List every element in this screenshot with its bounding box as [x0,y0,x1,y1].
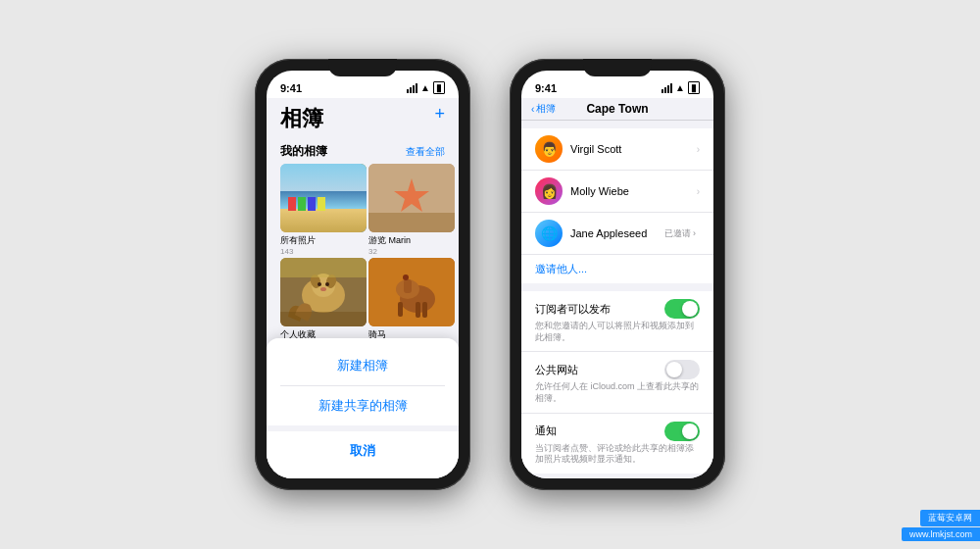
watermark-site2: www.lmkjst.com [902,527,980,541]
notifications-row: 通知 当订阅者点赞、评论或给此共享的相簿添加照片或视频时显示通知。 [521,414,713,474]
status-icons-1: ▲ ▮ [407,81,445,94]
album-count-0: 143 [280,247,367,256]
albums-screen: + 相簿 我的相簿 查看全部 [267,98,459,478]
album-thumb-beach [280,164,367,232]
albums-grid: 所有照片 143 游览 Marin 32 [267,164,459,341]
album-name-1: 游览 Marin [368,234,455,247]
battery-icon-2: ▮ [688,81,700,94]
invite-others-button[interactable]: 邀请他人... [521,255,713,283]
avatar-molly: 👩 [535,177,563,205]
see-all-button[interactable]: 查看全部 [406,145,445,159]
phone-1: 9:41 ▲ ▮ + 相簿 我的相簿 查看全部 [255,59,470,490]
album-thumb-dog [280,258,367,326]
cape-town-screen: ‹ 相簿 Cape Town 👨 Virgil Scott › [521,98,713,478]
contact-name-jane: Jane Appleseed [570,227,664,239]
watermark-site1: 蓝莓安卓网 [920,510,980,526]
status-time-1: 9:41 [280,82,302,94]
subscribers-post-toggle[interactable] [664,299,700,319]
back-button[interactable]: ‹ 相簿 [531,102,556,116]
album-all-photos[interactable]: 所有照片 143 [280,164,367,256]
album-name-0: 所有照片 [280,234,367,247]
avatar-virgil: 👨 [535,135,563,163]
contact-row-jane[interactable]: 🌐 Jane Appleseed 已邀请 › [521,213,713,255]
svg-rect-16 [404,279,412,293]
svg-point-9 [325,282,329,286]
chevron-left-icon: ‹ [531,104,534,115]
new-shared-album-button[interactable]: 新建共享的相簿 [267,386,459,425]
contacts-list: 👨 Virgil Scott › 👩 Molly Wiebe › � [521,128,713,283]
subscribers-post-desc: 您和您邀请的人可以将照片和视频添加到此相簿。 [535,321,700,343]
back-label: 相簿 [536,102,556,116]
my-albums-section: 我的相簿 查看全部 [267,137,459,164]
nav-bar: ‹ 相簿 Cape Town [521,98,713,121]
public-website-toggle[interactable] [664,360,700,379]
notifications-label: 通知 [535,424,557,438]
subscribers-post-label: 订阅者可以发布 [535,302,611,317]
subscribers-post-row: 订阅者可以发布 您和您邀请的人可以将照片和视频添加到此相簿。 [521,291,713,352]
invited-badge: 已邀请 › [664,227,697,240]
albums-header: + 相簿 [267,98,459,137]
album-favorites[interactable]: 个人收藏 [280,258,367,341]
notch [328,59,397,76]
svg-point-17 [403,274,409,280]
status-time-2: 9:41 [535,82,557,94]
invite-link: 邀请他人... [535,262,587,276]
notifications-desc: 当订阅者点赞、评论或给此共享的相簿添加照片或视频时显示通知。 [535,443,700,466]
svg-point-10 [320,287,326,291]
phone-2: 9:41 ▲ ▮ ‹ 相簿 Cape Town [510,59,725,490]
svg-rect-20 [398,302,403,317]
notifications-toggle[interactable] [664,422,700,441]
album-thumb-horse [368,258,455,326]
signal-icon [407,83,417,93]
signal-icon-2 [662,83,672,93]
battery-icon: ▮ [433,81,445,94]
wifi-icon: ▲ [420,82,430,93]
album-thumb-starfish [368,164,455,232]
album-marin[interactable]: 游览 Marin 32 [368,164,455,256]
cancel-button[interactable]: 取消 [267,431,459,471]
public-website-label: 公共网站 [535,363,578,377]
contact-name-virgil: Virgil Scott [570,143,697,155]
public-website-desc: 允许任何人在 iCloud.com 上查看此共享的相簿。 [535,381,700,404]
new-album-button[interactable]: 新建相簿 [267,346,459,385]
svg-rect-19 [422,302,427,318]
svg-rect-11 [280,258,367,277]
chevron-right-icon-virgil: › [697,144,700,155]
my-albums-title: 我的相簿 [280,143,327,160]
notch-2 [583,59,652,76]
page-title: Cape Town [586,102,648,116]
add-album-button[interactable]: + [434,104,445,125]
svg-point-8 [318,282,321,286]
settings-section: 订阅者可以发布 您和您邀请的人可以将照片和视频添加到此相簿。 公共网站 [521,291,713,474]
svg-rect-2 [368,213,455,232]
svg-rect-18 [416,302,420,318]
contact-row-virgil[interactable]: 👨 Virgil Scott › [521,128,713,171]
albums-title: 相簿 [280,104,445,133]
delete-album-area: 删除共享的相簿 [521,474,713,478]
album-count-1: 32 [368,247,455,256]
public-website-row: 公共网站 允许任何人在 iCloud.com 上查看此共享的相簿。 [521,352,713,413]
phone-2-screen: 9:41 ▲ ▮ ‹ 相簿 Cape Town [521,71,713,478]
wifi-icon-2: ▲ [675,82,685,93]
contact-name-molly: Molly Wiebe [570,185,697,197]
status-icons-2: ▲ ▮ [662,81,700,94]
svg-rect-12 [280,312,367,326]
action-sheet: 新建相簿 新建共享的相簿 取消 [267,338,459,478]
avatar-jane: 🌐 [535,220,563,247]
contact-row-molly[interactable]: 👩 Molly Wiebe › [521,171,713,213]
album-horse[interactable]: 骑马 [368,258,455,341]
phone-1-screen: 9:41 ▲ ▮ + 相簿 我的相簿 查看全部 [267,71,459,478]
chevron-right-icon-molly: › [697,186,700,197]
